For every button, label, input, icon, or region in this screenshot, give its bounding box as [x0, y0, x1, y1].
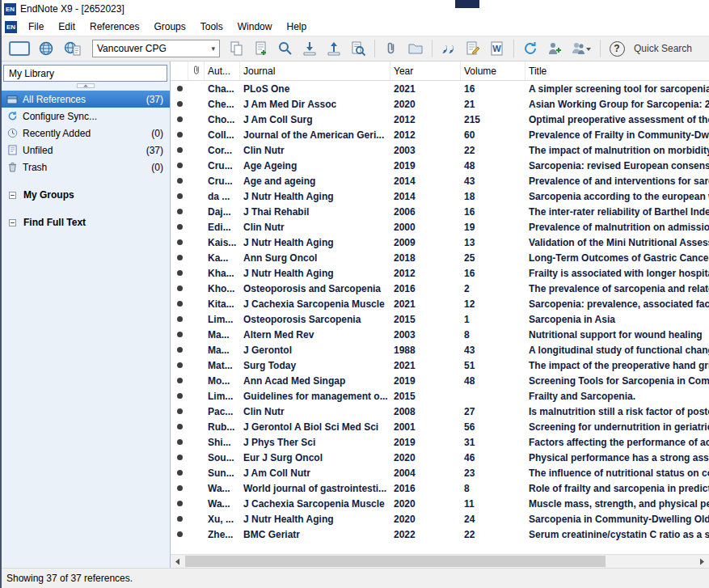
row-volume: 25 [461, 252, 525, 264]
export-icon[interactable] [323, 38, 345, 59]
row-title: Frailty is associated with longer hospit… [525, 268, 709, 279]
sidebar-item-trash[interactable]: Trash (0) [2, 159, 170, 176]
insert-citation-icon[interactable] [437, 38, 460, 59]
table-row[interactable]: Shi... J Phys Ther Sci 2019 31 Factors a… [171, 434, 709, 450]
table-row[interactable]: Ma... J Gerontol 1988 43 A longitudinal … [171, 342, 709, 357]
menu-edit[interactable]: Edit [51, 19, 82, 35]
import-icon[interactable] [298, 38, 321, 59]
table-row[interactable]: Rub... J Gerontol A Biol Sci Med Sci 200… [171, 419, 709, 434]
table-row[interactable]: Mo... Ann Acad Med Singap 2019 48 Screen… [171, 373, 709, 388]
row-year: 2008 [390, 406, 461, 417]
sync-icon[interactable] [519, 38, 542, 59]
status-text: Showing 37 of 37 references. [6, 573, 133, 584]
share-group-icon[interactable] [568, 38, 595, 59]
quick-search-input[interactable]: Quick Search [634, 43, 705, 54]
column-year[interactable]: Year [390, 61, 461, 80]
scroll-right-arrow[interactable] [695, 555, 709, 568]
library-pane-header[interactable]: My Library [3, 65, 167, 82]
pane-collapse-handle[interactable] [74, 82, 97, 88]
row-volume: 60 [461, 129, 525, 141]
row-volume: 22 [461, 529, 525, 540]
table-row[interactable]: Sou... Eur J Surg Oncol 2020 46 Physical… [171, 450, 709, 465]
row-year: 2022 [390, 529, 461, 540]
go-to-word-icon[interactable]: W [486, 38, 509, 59]
table-row[interactable]: Cha... PLoS One 2021 16 A simpler screen… [171, 81, 709, 96]
table-row[interactable]: Mat... Surg Today 2021 51 The impact of … [171, 357, 709, 373]
sidebar-item-recently-added[interactable]: Recently Added (0) [2, 125, 170, 142]
sidebar-item-configure-sync[interactable]: Configure Sync... [2, 108, 170, 125]
menu-file[interactable]: File [21, 19, 51, 35]
column-title[interactable]: Title [525, 61, 709, 80]
table-row[interactable]: Daj... J Thai Rehabil 2006 16 The inter-… [171, 204, 709, 219]
open-file-icon[interactable] [404, 38, 427, 59]
table-row[interactable]: Cho... J Am Coll Surg 2012 215 Optimal p… [171, 112, 709, 127]
row-journal: J Phys Ther Sci [240, 437, 390, 448]
column-read-marker[interactable] [171, 61, 188, 80]
sidebar-item-all-references[interactable]: All References (37) [2, 91, 170, 108]
table-row[interactable]: Cru... Age and ageing 2014 43 Prevalence… [171, 173, 709, 188]
table-row[interactable]: Zhe... BMC Geriatr 2022 22 Serum creatin… [171, 527, 709, 542]
window-title: EndNote X9 - [2652023] [20, 3, 124, 15]
table-row[interactable]: Kais... J Nutr Health Aging 2009 13 Vali… [171, 235, 709, 250]
help-icon[interactable]: ? [606, 38, 628, 59]
share-library-icon[interactable] [543, 38, 566, 59]
table-row[interactable]: Coll... Journal of the American Geri... … [171, 127, 709, 142]
table-row[interactable]: Kha... J Nutr Health Aging 2012 16 Frail… [171, 265, 709, 281]
online-search-icon[interactable] [274, 38, 297, 59]
row-author: Coll... [205, 129, 240, 141]
menu-tools[interactable]: Tools [193, 19, 230, 35]
column-attachment[interactable] [188, 61, 205, 80]
row-volume: 13 [461, 237, 525, 248]
table-row[interactable]: Cor... Clin Nutr 2003 22 The impact of m… [171, 142, 709, 158]
horizontal-scrollbar[interactable] [171, 554, 709, 568]
document-icon[interactable]: EN [5, 21, 17, 33]
unread-dot-icon [177, 470, 183, 476]
menu-window[interactable]: Window [230, 19, 280, 35]
row-title: Validation of the Mini Nutritional Asses… [525, 237, 709, 248]
integrated-mode-icon[interactable] [59, 38, 87, 59]
online-search-mode-icon[interactable] [35, 38, 57, 59]
row-title: Optimal preoperative assessment of the [525, 114, 709, 125]
table-row[interactable]: Lim... Guidelines for management o... 20… [171, 388, 709, 404]
row-journal: J Nutr Health Aging [240, 191, 390, 202]
table-row[interactable]: Lim... Osteoporosis Sarcopenia 2015 1 Sa… [171, 311, 709, 327]
column-volume[interactable]: Volume [461, 61, 525, 80]
output-style-select[interactable]: Vancouver CPG ▾ [92, 40, 220, 57]
tree-expander-icon[interactable] [6, 219, 19, 226]
menu-references[interactable]: References [82, 19, 146, 35]
column-author[interactable]: Aut... [205, 61, 240, 80]
paperclip-icon [192, 64, 200, 78]
table-row[interactable]: Ma... Altern Med Rev 2003 8 Nutritional … [171, 327, 709, 342]
sidebar-group-my-groups[interactable]: My Groups [2, 187, 170, 203]
row-title: A simpler screening tool for sarcopenia … [525, 83, 709, 95]
new-reference-icon[interactable] [250, 38, 272, 59]
sidebar-item-unfiled[interactable]: Unfiled (37) [2, 142, 170, 159]
table-row[interactable]: Cru... Age Ageing 2019 48 Sarcopenia: re… [171, 158, 709, 173]
copy-references-icon[interactable] [226, 38, 248, 59]
table-row[interactable]: Xu, ... J Nutr Health Aging 2020 24 Sarc… [171, 511, 709, 527]
scrollbar-thumb[interactable] [185, 556, 606, 567]
scroll-left-arrow[interactable] [171, 555, 184, 568]
table-row[interactable]: Wa... J Cachexia Sarcopenia Muscle 2020 … [171, 496, 709, 511]
table-row[interactable]: Edi... Clin Nutr 2000 19 Prevalence of m… [171, 219, 709, 235]
table-row[interactable]: Ka... Ann Surg Oncol 2018 25 Long-Term O… [171, 250, 709, 265]
menu-groups[interactable]: Groups [146, 19, 192, 35]
table-row[interactable]: Kita... J Cachexia Sarcopenia Muscle 202… [171, 296, 709, 311]
table-row[interactable]: Che... J Am Med Dir Assoc 2020 21 Asian … [171, 96, 709, 112]
open-link-icon[interactable] [380, 38, 403, 59]
table-row[interactable]: Kho... Osteoporosis and Sarcopenia 2016 … [171, 281, 709, 296]
find-full-text-icon[interactable] [347, 38, 369, 59]
local-library-mode-icon[interactable] [6, 38, 33, 59]
row-journal: J Gerontol [240, 345, 390, 356]
table-row[interactable]: da ... J Nutr Health Aging 2014 18 Sarco… [171, 188, 709, 204]
table-row[interactable]: Wa... World journal of gastrointesti... … [171, 480, 709, 496]
table-row[interactable]: Sun... J Am Coll Nutr 2004 23 The influe… [171, 465, 709, 480]
sidebar-group-find-full-text[interactable]: Find Full Text [2, 214, 170, 231]
row-author: Kita... [205, 298, 240, 310]
tree-expander-icon[interactable] [6, 192, 19, 199]
format-bibliography-icon[interactable] [462, 38, 484, 59]
sidebar-item-label: Trash [23, 162, 47, 173]
menu-help[interactable]: Help [279, 19, 314, 35]
column-journal[interactable]: Journal [240, 61, 390, 80]
table-row[interactable]: Pac... Clin Nutr 2008 27 Is malnutrition… [171, 404, 709, 419]
